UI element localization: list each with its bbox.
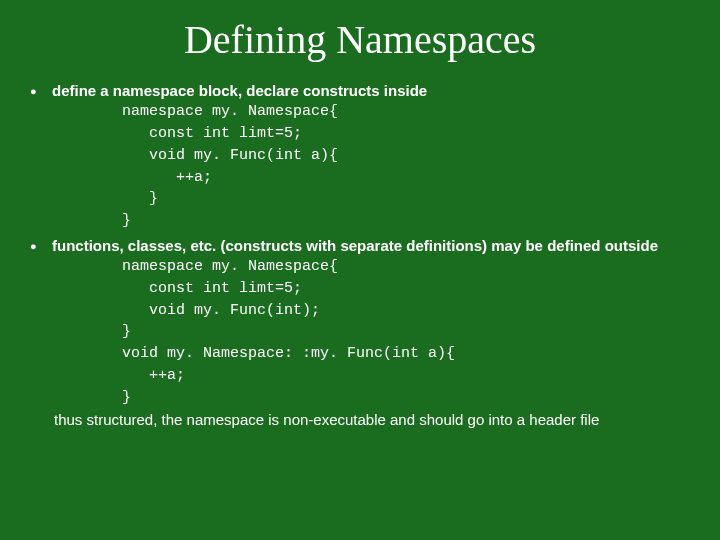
slide-title: Defining Namespaces: [20, 16, 700, 63]
bullet-1-text: define a namespace block, declare constr…: [52, 82, 427, 99]
bullet-item-2: functions, classes, etc. (constructs wit…: [30, 236, 700, 431]
bullet-2-tail: thus structured, the namespace is non-ex…: [54, 410, 700, 430]
slide: Defining Namespaces define a namespace b…: [0, 0, 720, 540]
bullet-2-text: functions, classes, etc. (constructs wit…: [52, 237, 658, 254]
code-block-2: namespace my. Namespace{ const int limt=…: [122, 256, 700, 408]
bullet-list: define a namespace block, declare constr…: [20, 81, 700, 431]
code-block-1: namespace my. Namespace{ const int limt=…: [122, 101, 700, 232]
bullet-item-1: define a namespace block, declare constr…: [30, 81, 700, 232]
